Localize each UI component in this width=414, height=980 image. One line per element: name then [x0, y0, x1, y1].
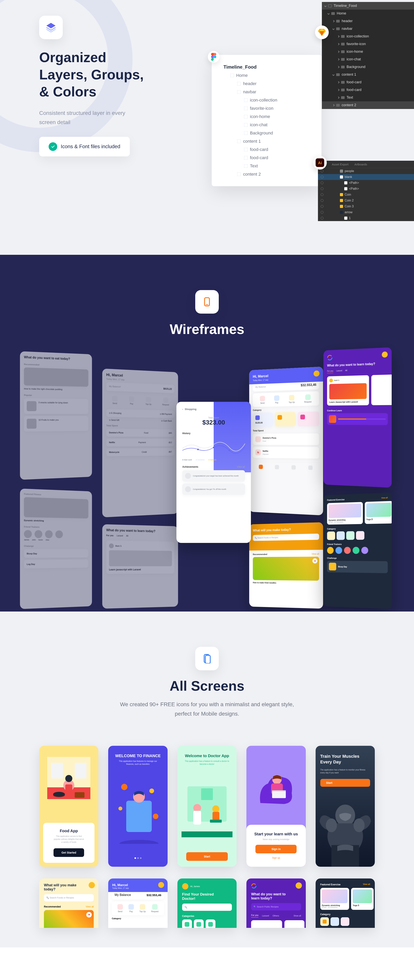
svg-rect-36	[182, 831, 232, 837]
screen-sub: The application has a feature to monitor…	[320, 768, 370, 774]
get-started-button[interactable]: Get Started	[54, 848, 84, 857]
screen-sub: This application has features to manage …	[110, 760, 166, 765]
wireframe-split-shopping: ‹Shopping Total Spent $323.00 History ● …	[177, 402, 251, 543]
tree-item[interactable]: icon-chat	[220, 121, 314, 129]
illustrator-icon: Ai	[313, 156, 327, 170]
search-input[interactable]: 🔍 Search Public Recipes	[251, 903, 301, 910]
tree-item[interactable]: content 1	[220, 137, 314, 145]
screen-title: Welcome to Doctor App	[177, 754, 237, 758]
svg-point-43	[353, 818, 365, 832]
search-input[interactable]: 🔍	[182, 904, 232, 911]
screen-sub: This application has a feature to consul…	[177, 760, 237, 765]
tree-item[interactable]: Background	[220, 129, 314, 137]
svg-point-7	[229, 450, 230, 451]
screens-icon	[195, 647, 219, 670]
tree-item[interactable]: icon-home	[220, 113, 314, 121]
tab[interactable]: For you	[251, 914, 258, 918]
layer-row[interactable]: Coin	[318, 192, 414, 197]
tree-item[interactable]: header	[322, 17, 414, 25]
svg-point-6	[213, 447, 215, 448]
svg-point-17	[65, 775, 72, 782]
tab[interactable]: Others	[273, 915, 279, 917]
svg-rect-30	[201, 788, 213, 800]
avatar[interactable]	[182, 883, 188, 889]
wireframe-learn-gray: What do you want to learn today? For you…	[102, 524, 178, 609]
svg-point-23	[150, 789, 154, 793]
tree-item[interactable]: content 2	[220, 170, 314, 178]
screen-finance-onboard: WELCOME TO FINANCE This application has …	[108, 746, 167, 867]
tree-item[interactable]: icon-collection	[322, 33, 414, 40]
tab[interactable]: Laravel	[262, 915, 269, 917]
section-title: Wireframes	[39, 321, 375, 337]
heart-icon[interactable]: ♥	[86, 912, 92, 918]
tree-item[interactable]: Text	[220, 162, 314, 170]
tree-item[interactable]: food-card	[220, 154, 314, 162]
show-all-link[interactable]: Show all	[294, 915, 301, 917]
logo-icon	[251, 883, 256, 889]
svg-rect-32	[193, 811, 201, 824]
sketch-icon	[315, 25, 329, 39]
wireframe-food-color: What will you make today? 🔍 Search Foods…	[249, 522, 323, 609]
screen-title: Start your learn with us	[250, 832, 302, 836]
category-item[interactable]	[194, 920, 204, 928]
svg-rect-40	[272, 790, 286, 791]
wireframe-fitness-gray: Featured Fitness Dynamic stretching Frie…	[20, 488, 92, 609]
panel-tabs[interactable]: ersAsset ExportArtboards	[318, 161, 414, 168]
screen-sub: Never stop seeking knowledge	[250, 838, 302, 841]
layer-row[interactable]: arrow	[318, 209, 414, 215]
screen-title: What will you make today?	[44, 883, 79, 891]
search-input[interactable]: 🔍 Search Foods or Recipes	[44, 894, 94, 901]
tree-root[interactable]: Timeline_Food	[322, 2, 414, 10]
wireframe-finance-color: Hi, Marcel Today Mon, 17 sep My Balance$…	[249, 366, 323, 515]
layers-icon	[39, 16, 63, 39]
layer-row[interactable]: blank	[318, 174, 414, 180]
layer-row[interactable]: 1	[318, 215, 414, 221]
start-button[interactable]: Start	[320, 779, 370, 787]
date: Today Mon, 17 sep	[112, 887, 164, 889]
svg-rect-26	[126, 801, 152, 832]
tree-item[interactable]: navbar	[322, 25, 414, 33]
tree-item[interactable]: favorite-icon	[322, 40, 414, 48]
screen-title: Food App	[47, 829, 91, 833]
tree-item[interactable]: Home	[322, 10, 414, 17]
badge-label: Icons & Font files included	[61, 143, 120, 150]
greeting: Hi, Marcel	[112, 883, 164, 887]
avatar[interactable]	[89, 882, 95, 888]
start-button[interactable]: Start	[186, 852, 228, 861]
layer-row[interactable]: <Path>	[318, 186, 414, 192]
signin-button[interactable]: Sign in	[255, 845, 296, 853]
category-heading: Category	[112, 917, 164, 920]
category-item[interactable]	[182, 920, 192, 928]
category-heading: Category	[320, 913, 370, 916]
layer-row[interactable]: people	[318, 168, 414, 174]
layer-row[interactable]: <Path>	[318, 180, 414, 186]
screen-title: WELCOME TO FINANCE	[110, 754, 166, 758]
screen-fitness-home: Featured ExerciseView all Dynamic stretc…	[315, 878, 375, 928]
check-icon	[49, 142, 57, 151]
svg-point-22	[121, 784, 127, 790]
signup-link[interactable]: Sign up	[250, 856, 302, 860]
svg-rect-11	[205, 655, 210, 663]
view-all-link[interactable]: View all	[86, 905, 94, 908]
section-heading: Featured Exercise	[320, 883, 341, 886]
wireframe-icon	[195, 290, 219, 313]
svg-point-31	[193, 804, 201, 812]
tree-item[interactable]: food-card	[220, 145, 314, 154]
svg-rect-21	[75, 792, 84, 798]
svg-point-5	[197, 449, 199, 450]
svg-point-20	[53, 792, 65, 797]
avatar[interactable]	[296, 882, 302, 889]
category-item[interactable]	[205, 920, 215, 928]
tree-item[interactable]: favorite-icon	[220, 104, 314, 113]
svg-rect-18	[65, 784, 72, 792]
svg-rect-13	[51, 763, 63, 778]
view-all-link[interactable]: View all	[363, 883, 370, 886]
layer-row[interactable]: Coin 2	[318, 197, 414, 204]
layer-row[interactable]: Coin 3	[318, 204, 414, 209]
tree-item[interactable]: content 2	[322, 101, 414, 109]
screen-title: Find Your Desired Doctor!	[182, 892, 222, 901]
section-subtitle: Consistent structured layer in every scr…	[39, 108, 137, 127]
screen-food-onboard: Food App This application serves to find…	[39, 746, 99, 867]
screen-learn-home: What do you want to learn today? 🔍 Searc…	[247, 878, 306, 928]
screen-food-home: What will you make today? 🔍 Search Foods…	[39, 878, 99, 928]
